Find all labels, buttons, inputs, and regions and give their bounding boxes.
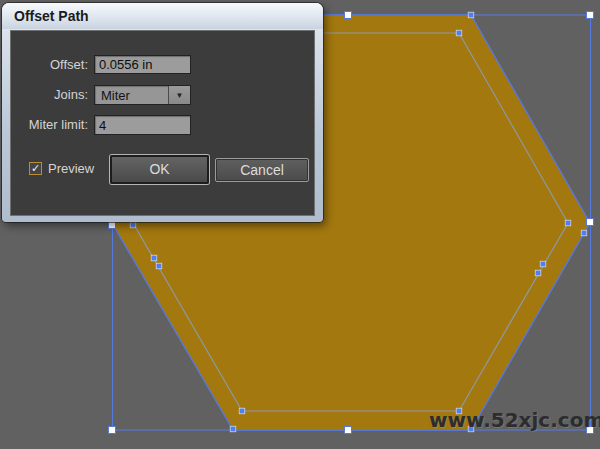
path-anchor[interactable] — [456, 30, 462, 36]
offset-input[interactable] — [94, 55, 191, 74]
preview-checkbox[interactable]: ✓ — [29, 162, 42, 175]
ok-button[interactable]: OK — [110, 155, 209, 184]
bbox-handle[interactable] — [109, 427, 116, 434]
path-anchor[interactable] — [230, 426, 236, 432]
path-anchor[interactable] — [535, 270, 541, 276]
cancel-button[interactable]: Cancel — [215, 158, 309, 182]
path-anchor[interactable] — [540, 261, 546, 267]
bbox-handle[interactable] — [345, 427, 352, 434]
dialog-title: Offset Path — [14, 8, 89, 24]
miter-limit-input[interactable] — [94, 115, 191, 135]
joins-label: Joins: — [11, 87, 88, 102]
watermark-text: www.52xjc.com — [429, 408, 600, 432]
checkmark-icon: ✓ — [31, 163, 40, 174]
bbox-handle[interactable] — [587, 12, 594, 19]
path-anchor[interactable] — [565, 220, 571, 226]
path-anchor[interactable] — [130, 222, 136, 228]
preview-label: Preview — [48, 161, 94, 176]
path-anchor[interactable] — [468, 12, 474, 18]
joins-selected-value: Miter — [95, 88, 168, 103]
dialog-titlebar[interactable]: Offset Path — [2, 3, 323, 29]
bbox-handle[interactable] — [587, 219, 594, 226]
bbox-handle[interactable] — [345, 12, 352, 19]
path-anchor[interactable] — [239, 408, 245, 414]
miter-limit-label: Miter limit: — [11, 117, 88, 132]
bbox-handle[interactable] — [109, 222, 116, 229]
path-anchor[interactable] — [156, 263, 162, 269]
illustrator-canvas: www.52xjc.com Offset Path Offset: Joins:… — [0, 0, 600, 449]
offset-path-dialog: Offset Path Offset: Joins: Miter ▼ Miter… — [2, 3, 323, 222]
path-anchor[interactable] — [151, 255, 157, 261]
path-anchor[interactable] — [581, 230, 587, 236]
chevron-down-icon[interactable]: ▼ — [168, 86, 190, 104]
dialog-body-panel: Offset: Joins: Miter ▼ Miter limit: ✓ Pr… — [10, 30, 315, 216]
offset-label: Offset: — [11, 57, 88, 72]
joins-dropdown[interactable]: Miter ▼ — [94, 85, 191, 105]
